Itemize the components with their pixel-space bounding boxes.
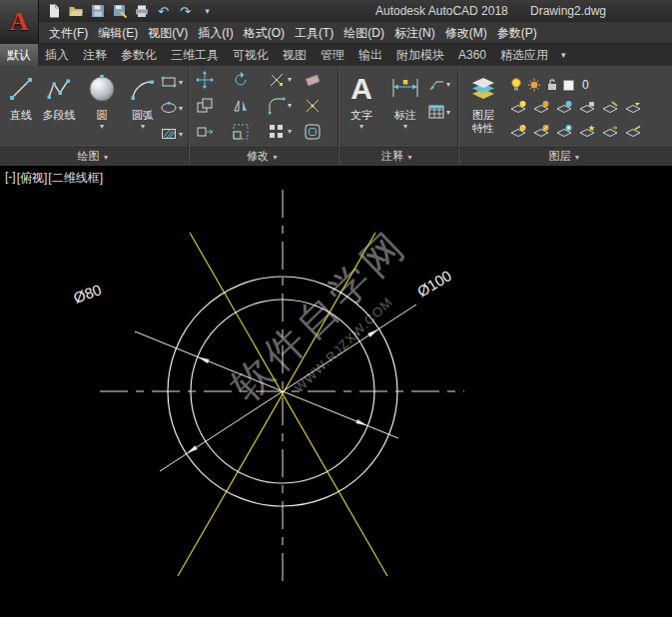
ribbon-tab-visualize[interactable]: 可视化	[226, 44, 276, 66]
layer-merge-icon[interactable]	[624, 124, 642, 140]
layer-unlock-all-icon[interactable]	[555, 124, 573, 140]
panel-label-annotate[interactable]: 注释▼	[337, 147, 457, 166]
tool-line-button[interactable]: 直线	[2, 69, 40, 122]
ribbon-tab-home[interactable]: 默认	[0, 44, 38, 66]
tool-table-button[interactable]: ▾	[427, 102, 457, 122]
menu-item-file[interactable]: 文件(F)	[44, 22, 93, 44]
layer-isolate-icon[interactable]	[532, 100, 550, 116]
menu-item-tools[interactable]: 工具(T)	[290, 22, 338, 44]
undo-icon: ↶	[158, 2, 169, 21]
undo-button[interactable]: ↶	[154, 2, 173, 21]
layer-properties-button[interactable]: 图层 特性	[461, 69, 505, 135]
dimension-flyout-icon[interactable]: ▾	[385, 122, 425, 132]
tool-text-button[interactable]: A 文字 ▾	[341, 69, 381, 132]
menu-item-insert[interactable]: 插入(I)	[193, 22, 238, 44]
scale-icon	[232, 123, 250, 141]
tool-copy-button[interactable]	[194, 95, 216, 117]
ribbon-tab-parametric[interactable]: 参数化	[114, 44, 164, 66]
viewport-minimize-control[interactable]: [-]	[5, 170, 16, 187]
tool-stretch-button[interactable]	[194, 121, 216, 143]
panel-layers-expand-icon: ▼	[574, 154, 581, 161]
layer-select-dropdown[interactable]: 0	[509, 76, 667, 94]
construction-line-2[interactable]	[178, 233, 375, 576]
menu-item-dimension[interactable]: 标注(N)	[389, 22, 440, 44]
layer-lock-icon[interactable]	[578, 100, 596, 116]
trim-flyout-icon[interactable]: ▾	[288, 75, 292, 84]
redo-button[interactable]: ↷	[176, 2, 195, 21]
qat-customize-button[interactable]: ▾	[198, 2, 217, 21]
menu-item-modify[interactable]: 修改(M)	[440, 22, 492, 44]
ribbon-tab-view[interactable]: 视图	[276, 44, 314, 66]
tool-scale-button[interactable]	[230, 121, 252, 143]
layer-unisolate-icon[interactable]	[509, 124, 527, 140]
open-button[interactable]	[66, 2, 85, 21]
ribbon-tab-overflow-icon[interactable]: ▾	[555, 44, 572, 66]
menu-item-edit[interactable]: 编辑(E)	[93, 22, 143, 44]
menu-item-format[interactable]: 格式(O)	[239, 22, 290, 44]
layer-tools-row-1	[509, 100, 642, 118]
tool-ellipse-button[interactable]: ▾	[160, 98, 190, 118]
layer-current-icon[interactable]	[578, 124, 596, 140]
ribbon-tab-output[interactable]: 输出	[351, 44, 389, 66]
circle-flyout-icon[interactable]: ▾	[82, 122, 122, 132]
arc-flyout-icon[interactable]: ▾	[124, 122, 162, 132]
save-as-button[interactable]	[110, 2, 129, 21]
menu-item-parametric[interactable]: 参数(P)	[492, 22, 542, 44]
tool-leader-button[interactable]: ▾	[427, 74, 457, 94]
panel-label-layers[interactable]: 图层▼	[457, 147, 672, 166]
panel-label-draw[interactable]: 绘图▼	[0, 147, 187, 166]
ribbon-tab-insert[interactable]: 插入	[38, 44, 76, 66]
tool-hatch-button[interactable]: ▾	[160, 124, 190, 144]
tool-mirror-button[interactable]	[230, 95, 252, 117]
menu-item-view[interactable]: 视图(V)	[143, 22, 193, 44]
ribbon-tab-annotate[interactable]: 注释	[76, 44, 114, 66]
save-icon	[90, 3, 106, 19]
tool-arc-button[interactable]: 圆弧 ▾	[124, 69, 162, 132]
panel-label-modify[interactable]: 修改▼	[188, 147, 337, 166]
viewport-view-control[interactable]: [俯视]	[17, 170, 48, 187]
tool-polyline-button[interactable]: 多段线	[40, 69, 78, 122]
tool-explode-button[interactable]	[302, 95, 324, 117]
tool-dimension-button[interactable]: 标注 ▾	[385, 69, 425, 132]
layer-freeze-icon[interactable]	[555, 100, 573, 116]
ribbon-tab-a360[interactable]: A360	[451, 44, 493, 66]
dimension-inner-text: Ø80	[71, 281, 103, 307]
hatch-flyout-icon[interactable]: ▾	[179, 130, 183, 139]
layer-walk-icon[interactable]	[601, 124, 619, 140]
tool-rectangle-button[interactable]: ▾	[160, 72, 190, 92]
layer-previous-icon[interactable]	[624, 100, 642, 116]
ellipse-flyout-icon[interactable]: ▾	[179, 104, 183, 113]
leader-flyout-icon[interactable]: ▾	[446, 80, 450, 89]
tool-move-button[interactable]	[194, 69, 216, 91]
viewport-visual-style-control[interactable]: [二维线框]	[48, 170, 103, 187]
tool-erase-button[interactable]	[302, 69, 324, 91]
rectangle-flyout-icon[interactable]: ▾	[179, 78, 183, 87]
ribbon-tab-3d-tools[interactable]: 三维工具	[164, 44, 226, 66]
ribbon-tab-add-ins[interactable]: 附加模块	[389, 44, 451, 66]
fillet-flyout-icon[interactable]: ▾	[288, 101, 292, 110]
erase-icon	[304, 71, 322, 89]
menu-item-draw[interactable]: 绘图(D)	[338, 22, 389, 44]
tool-rotate-button[interactable]	[230, 69, 252, 91]
layer-thaw-icon[interactable]	[532, 124, 550, 140]
rectangle-icon	[160, 73, 178, 91]
plot-button[interactable]	[132, 2, 151, 21]
layer-off-icon[interactable]	[509, 100, 527, 116]
table-flyout-icon[interactable]: ▾	[446, 108, 450, 117]
array-flyout-icon[interactable]: ▾	[288, 127, 292, 136]
text-flyout-icon[interactable]: ▾	[341, 122, 381, 132]
application-menu-button[interactable]: A	[0, 0, 39, 44]
ribbon-tab-featured-apps[interactable]: 精选应用	[493, 44, 555, 66]
tool-array-button[interactable]	[266, 121, 288, 143]
dimension-outer-text: Ø100	[414, 267, 454, 300]
ribbon-tab-manage[interactable]: 管理	[314, 44, 351, 66]
tool-circle-button[interactable]: 圆 ▾	[82, 69, 122, 132]
drawing-area[interactable]: [-] [俯视] [二维线框] 软件自学网 WWW.RJZXW.COM	[0, 166, 672, 617]
save-button[interactable]	[88, 2, 107, 21]
layer-match-icon[interactable]	[601, 100, 619, 116]
new-file-button[interactable]	[44, 2, 63, 21]
mirror-icon	[232, 97, 250, 115]
tool-trim-button[interactable]	[266, 69, 288, 91]
tool-offset-button[interactable]	[302, 121, 324, 143]
tool-fillet-button[interactable]	[266, 95, 288, 117]
